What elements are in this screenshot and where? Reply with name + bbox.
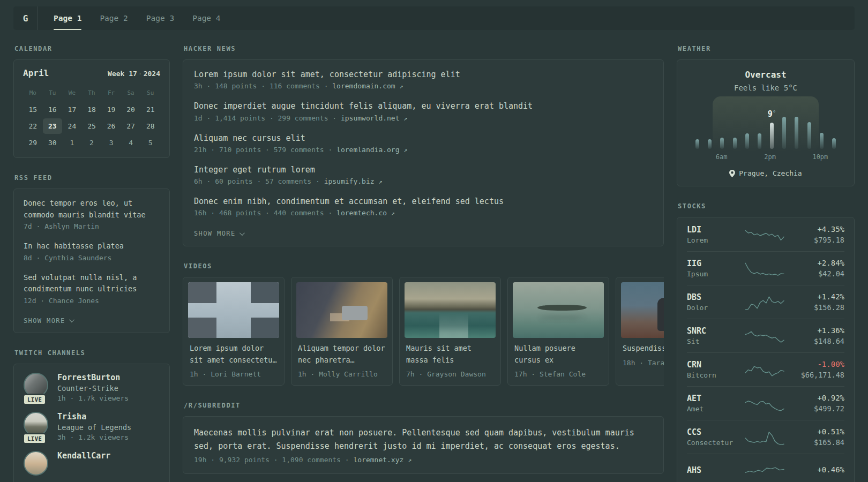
rss-item-title[interactable]: In hac habitasse platea (24, 240, 160, 252)
hn-show-more-button[interactable]: SHOW MORE (194, 230, 243, 237)
rss-item[interactable]: Sed volutpat nulla nisl, a condimentum n… (24, 272, 160, 305)
video-thumbnail[interactable] (188, 282, 279, 338)
weather-hour-column (815, 133, 828, 149)
rss-item[interactable]: In hac habitasse platea 8d · Cynthia Sau… (24, 240, 160, 262)
hn-item-domain-link[interactable]: loremdomain.com (332, 82, 395, 90)
stock-symbol[interactable]: DBS (687, 292, 740, 302)
video-thumbnail[interactable] (621, 282, 664, 338)
tab-page-2[interactable]: Page 2 (91, 6, 137, 30)
hn-item-meta: 21h · 710 points · 579 comments · loreml… (194, 146, 653, 154)
hn-item-domain-link[interactable]: loremlandia.org (336, 146, 399, 154)
tab-page-4[interactable]: Page 4 (183, 6, 229, 30)
video-card[interactable]: Suspendisse diam 18h · Tara (616, 277, 664, 386)
calendar-grid: MoTuWeThFrSaSu15161718192021222324252627… (23, 86, 160, 150)
video-title[interactable]: Nullam posuere cursus ex (508, 338, 609, 366)
hn-item-title[interactable]: Donec imperdiet augue tincidunt felis al… (194, 101, 653, 111)
weather-hour-column: 9° (766, 109, 778, 149)
chevron-down-icon (69, 318, 74, 323)
stock-symbol[interactable]: IIG (687, 259, 740, 268)
stock-row[interactable]: DBSDolor +1.42%$156.28 (687, 285, 844, 319)
stock-sparkline (740, 427, 789, 447)
app-logo[interactable]: G (13, 6, 38, 30)
calendar-day: 17 (62, 102, 82, 117)
video-card[interactable]: Mauris sit amet massa felis 7h · Grayson… (399, 277, 501, 386)
hn-item[interactable]: Donec enim nibh, condimentum et accumsan… (194, 196, 653, 217)
hn-item-title[interactable]: Integer eget rutrum lorem (194, 164, 653, 175)
weather-hour-column (828, 138, 840, 149)
weather-condition: Overcast (688, 70, 843, 80)
hackernews-header: HACKER NEWS (184, 45, 664, 52)
stock-symbol[interactable]: CCS (687, 427, 740, 437)
stock-row[interactable]: LDILorem +4.35%$795.18 (687, 217, 844, 251)
avatar (24, 451, 48, 476)
weather-bar (733, 138, 737, 149)
video-title[interactable]: Mauris sit amet massa felis (400, 338, 500, 366)
calendar-day: 26 (101, 118, 121, 134)
stock-symbol[interactable]: SNRC (687, 326, 740, 336)
video-card[interactable]: Nullam posuere cursus ex 17h · Stefan Co… (507, 277, 609, 386)
stock-symbol[interactable]: AET (687, 394, 740, 403)
hn-item-domain-link[interactable]: ipsumify.biz (324, 177, 375, 185)
calendar-day: 16 (43, 102, 63, 117)
video-card[interactable]: Aliquam tempor dolor nec pharetra… 1h · … (291, 277, 393, 386)
stock-sparkline (740, 292, 789, 312)
channel-name[interactable]: ForrestBurton (57, 373, 129, 382)
calendar-card: April Week 17·2024 MoTuWeThFrSaSu1516171… (13, 59, 170, 158)
stock-name: Dolor (687, 304, 740, 312)
hn-item-title[interactable]: Donec enim nibh, condimentum et accumsan… (194, 196, 653, 207)
hn-item-title[interactable]: Lorem ipsum dolor sit amet, consectetur … (194, 69, 653, 80)
rss-item-title[interactable]: Donec tempor eros leo, ut commodo mauris… (24, 198, 160, 221)
weather-location[interactable]: Prague, Czechia (688, 169, 843, 177)
video-meta: 1h · Molly Carrillo (291, 366, 392, 383)
stock-symbol[interactable]: AHS (687, 465, 740, 475)
external-link-icon: ↗ (408, 456, 411, 464)
rss-show-more-button[interactable]: SHOW MORE (24, 317, 73, 325)
stock-row[interactable]: CRNBitcorn -1.00%$66,171.48 (687, 352, 844, 386)
channel-name[interactable]: Trisha (57, 412, 131, 421)
reddit-post-title[interactable]: Maecenas mollis pulvinar erat non posuer… (194, 426, 653, 453)
stock-row[interactable]: AHS +0.46% (687, 454, 844, 482)
reddit-post-domain-link[interactable]: loremnet.xyz (353, 456, 403, 464)
video-title[interactable]: Lorem ipsum dolor sit amet consectetu… (183, 338, 284, 366)
stock-row[interactable]: CCSConsectetur +0.51%$165.84 (687, 420, 844, 454)
video-thumbnail[interactable] (513, 282, 604, 338)
twitch-channel[interactable]: LIVE Trisha League of Legends 3h · 1.2k … (24, 412, 160, 441)
calendar-day: 4 (121, 135, 141, 150)
stock-symbol[interactable]: CRN (687, 360, 740, 370)
stock-symbol[interactable]: LDI (687, 225, 740, 235)
hn-item[interactable]: Donec imperdiet augue tincidunt felis al… (194, 101, 653, 122)
stock-row[interactable]: IIGIpsum +2.84%$42.04 (687, 251, 844, 285)
hn-item[interactable]: Integer eget rutrum lorem 6h · 60 points… (194, 164, 653, 185)
stock-change: +4.35% (789, 225, 844, 234)
video-meta: 7h · Grayson Dawson (400, 366, 500, 383)
right-column: WEATHER Overcast Feels like 5°C 9° 6am2p… (677, 45, 855, 482)
rss-item-meta: 7d · Ashlyn Martin (24, 222, 160, 230)
tab-page-1[interactable]: Page 1 (44, 6, 91, 30)
channel-name[interactable]: KendallCarr (57, 451, 110, 461)
video-thumbnail[interactable] (405, 282, 496, 338)
stock-price: $66,171.48 (789, 371, 844, 379)
hn-item-domain-link[interactable]: loremtech.co (336, 209, 387, 217)
avatar-wrap (24, 451, 49, 476)
video-title[interactable]: Suspendisse diam (616, 338, 664, 355)
video-card[interactable]: Lorem ipsum dolor sit amet consectetu… 1… (183, 277, 285, 386)
weather-hour-column (716, 138, 728, 149)
hn-item-domain-link[interactable]: ipsumworld.net (341, 114, 400, 122)
hn-item-title[interactable]: Aliquam nec cursus elit (194, 133, 653, 144)
hn-item[interactable]: Aliquam nec cursus elit 21h · 710 points… (194, 133, 653, 154)
stock-row[interactable]: AETAmet +0.92%$499.72 (687, 386, 844, 420)
weather-bar (782, 117, 786, 149)
twitch-card: LIVE ForrestBurton Counter-Strike 1h · 1… (13, 364, 170, 482)
rss-item-title[interactable]: Sed volutpat nulla nisl, a condimentum n… (24, 272, 160, 295)
twitch-channel[interactable]: LIVE ForrestBurton Counter-Strike 1h · 1… (24, 373, 160, 402)
tab-page-3[interactable]: Page 3 (137, 6, 183, 30)
twitch-channel[interactable]: KendallCarr (24, 451, 160, 476)
reddit-post[interactable]: Maecenas mollis pulvinar erat non posuer… (194, 426, 653, 464)
calendar-weekday: Mo (23, 86, 43, 101)
video-thumbnail[interactable] (296, 282, 387, 338)
rss-item[interactable]: Donec tempor eros leo, ut commodo mauris… (24, 198, 160, 230)
video-title[interactable]: Aliquam tempor dolor nec pharetra… (291, 338, 392, 366)
stock-row[interactable]: SNRCSit +1.36%$148.64 (687, 319, 844, 352)
hn-item[interactable]: Lorem ipsum dolor sit amet, consectetur … (194, 69, 653, 90)
calendar-day: 2 (82, 135, 102, 150)
